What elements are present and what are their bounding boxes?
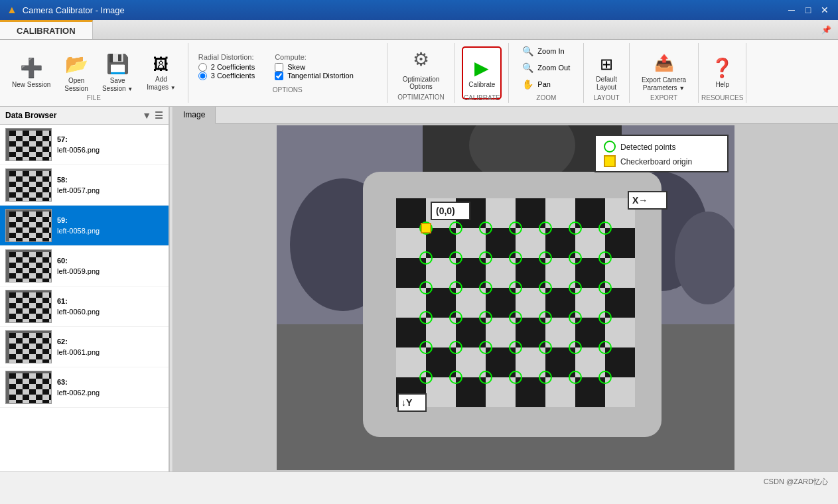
ribbon-group-calibrate: ▶ Calibrate CALIBRATE — [455, 43, 509, 103]
thumbnail-0 — [5, 128, 52, 161]
ribbon-toolbar: ➕ New Session 📂 OpenSession 💾 SaveSessio… — [0, 40, 838, 106]
coeff2-label: 2 Coefficients — [211, 63, 255, 71]
pan-button[interactable]: ✋ Pan — [519, 78, 573, 91]
menu-button[interactable]: ☰ — [155, 110, 163, 121]
optimization-icon: ⚙ — [413, 48, 429, 70]
item-label-1: 58:left-0057.png — [57, 174, 100, 196]
zoom-out-label: Zoom Out — [537, 64, 570, 72]
ribbon-group-zoom: 🔍 Zoom In 🔍 Zoom Out ✋ Pan ZOOM — [509, 43, 584, 103]
compute-label: Compute: — [275, 53, 354, 61]
zoom-out-button[interactable]: 🔍 Zoom Out — [519, 61, 573, 74]
calibrate-group-label: CALIBRATE — [455, 94, 508, 101]
skew-checkbox[interactable] — [275, 63, 283, 72]
image-list-item-0[interactable]: 57:left-0056.png — [0, 125, 169, 165]
help-label: Help — [715, 81, 729, 89]
ribbon-group-layout: ⊞ DefaultLayout LAYOUT — [584, 43, 630, 103]
tab-calibration[interactable]: CALIBRATION — [0, 20, 93, 39]
coeff2-radio[interactable] — [198, 63, 207, 72]
data-browser: Data Browser ▼ ☰ 57:left-0056.png58:left… — [0, 107, 169, 472]
ribbon-group-export: 📤 Export CameraParameters ▼ EXPORT — [630, 43, 699, 103]
optimization-options-button[interactable]: ⚙ OptimizationOptions — [397, 45, 445, 94]
ribbon: CALIBRATION 📌 ➕ New Session 📂 OpenSessio… — [0, 20, 838, 107]
maximize-button[interactable]: □ — [802, 3, 815, 17]
calibrate-button[interactable]: ▶ Calibrate — [462, 46, 502, 99]
image-list-item-3[interactable]: 60:left-0059.png — [0, 246, 169, 286]
calibrate-icon: ▶ — [474, 57, 489, 79]
help-icon: ❓ — [711, 57, 734, 79]
close-button[interactable]: ✕ — [818, 3, 831, 17]
export-group-label: EXPORT — [630, 94, 698, 101]
coeff3-label: 3 Coefficients — [211, 72, 255, 80]
image-panel: Image — [173, 107, 838, 472]
add-images-button[interactable]: 🖼 AddImages ▼ — [141, 46, 181, 99]
image-list: 57:left-0056.png58:left-0057.png59:left-… — [0, 125, 169, 472]
options-group-label: OPTIONS — [198, 86, 377, 94]
new-session-button[interactable]: ➕ New Session — [7, 46, 56, 99]
pan-label: Pan — [537, 80, 551, 88]
optimization-label: OptimizationOptions — [403, 76, 440, 90]
status-bar: CSDN @ZARD忆心 — [0, 472, 838, 491]
default-layout-button[interactable]: ⊞ DefaultLayout — [591, 46, 622, 99]
svg-text:X→: X→ — [632, 195, 648, 206]
ribbon-pin[interactable]: 📌 — [815, 20, 838, 39]
ribbon-group-options: Radial Distortion: 2 Coefficients 3 Coef… — [188, 43, 387, 103]
export-params-button[interactable]: 📤 Export CameraParameters ▼ — [636, 46, 691, 99]
thumbnail-1 — [5, 168, 52, 202]
coeff2-option[interactable]: 2 Coefficients — [198, 63, 255, 72]
open-session-label: OpenSession — [64, 77, 88, 93]
zoom-in-icon: 🔍 — [522, 46, 533, 56]
data-browser-header: Data Browser ▼ ☰ — [0, 107, 169, 125]
ribbon-group-resources: ❓ Help RESOURCES — [699, 43, 746, 103]
svg-text:Checkerboard origin: Checkerboard origin — [620, 157, 692, 166]
item-label-6: 63:left-0062.png — [57, 377, 100, 399]
minimize-button[interactable]: ─ — [785, 3, 798, 17]
title-bar: ▲ Camera Calibrator - Image ─ □ ✕ — [0, 0, 838, 20]
image-content: (0,0) X→ ↓Y Detected points Checkerboard… — [173, 124, 838, 472]
svg-text:↓Y: ↓Y — [401, 397, 413, 408]
zoom-in-label: Zoom In — [537, 47, 564, 55]
skew-option[interactable]: Skew — [275, 63, 354, 72]
zoom-out-icon: 🔍 — [522, 62, 533, 73]
calibration-image: (0,0) X→ ↓Y Detected points Checkerboard… — [277, 125, 734, 470]
image-list-item-6[interactable]: 63:left-0062.png — [0, 367, 169, 408]
open-session-button[interactable]: 📂 OpenSession — [59, 46, 94, 99]
export-label: Export CameraParameters ▼ — [642, 76, 686, 92]
tangential-option[interactable]: Tangential Distortion — [275, 72, 354, 80]
thumbnail-5 — [5, 330, 52, 363]
attribution-text: CSDN @ZARD忆心 — [764, 477, 828, 487]
main-area: Data Browser ▼ ☰ 57:left-0056.png58:left… — [0, 107, 838, 472]
svg-rect-117 — [604, 156, 615, 166]
title-bar-text: Camera Calibrator - Image — [23, 5, 125, 15]
image-list-item-2[interactable]: 59:left-0058.png — [0, 206, 169, 246]
help-button[interactable]: ❓ Help — [705, 46, 739, 99]
tangential-label: Tangential Distortion — [287, 72, 354, 80]
save-session-label: SaveSession ▼ — [102, 77, 133, 93]
item-label-3: 60:left-0059.png — [57, 255, 100, 277]
svg-text:(0,0): (0,0) — [436, 206, 455, 216]
calibrate-label: Calibrate — [468, 81, 495, 89]
resources-group-label: RESOURCES — [699, 94, 746, 101]
zoom-in-button[interactable]: 🔍 Zoom In — [519, 44, 573, 58]
layout-label: DefaultLayout — [596, 76, 617, 92]
thumbnail-6 — [5, 371, 52, 404]
item-label-0: 57:left-0056.png — [57, 134, 100, 156]
zoom-group-label: ZOOM — [519, 94, 573, 101]
collapse-button[interactable]: ▼ — [142, 110, 151, 121]
pan-icon: ✋ — [522, 79, 533, 90]
save-session-button[interactable]: 💾 SaveSession ▼ — [97, 46, 138, 99]
tab-image[interactable]: Image — [173, 107, 216, 124]
layout-group-label: LAYOUT — [584, 94, 629, 101]
data-browser-title: Data Browser — [5, 111, 56, 120]
coeff3-radio[interactable] — [198, 72, 207, 80]
image-list-item-5[interactable]: 62:left-0061.png — [0, 327, 169, 367]
coeff3-option[interactable]: 3 Coefficients — [198, 72, 255, 80]
image-list-item-1[interactable]: 58:left-0057.png — [0, 165, 169, 206]
image-list-item-4[interactable]: 61:left-0060.png — [0, 286, 169, 327]
open-session-icon: 📂 — [65, 53, 88, 75]
ribbon-header: CALIBRATION 📌 — [0, 20, 838, 40]
skew-label: Skew — [287, 63, 305, 71]
svg-text:Detected points: Detected points — [620, 143, 675, 152]
item-label-2: 59:left-0058.png — [57, 215, 100, 237]
tangential-checkbox[interactable] — [275, 72, 283, 80]
ribbon-group-file: ➕ New Session 📂 OpenSession 💾 SaveSessio… — [0, 43, 188, 103]
